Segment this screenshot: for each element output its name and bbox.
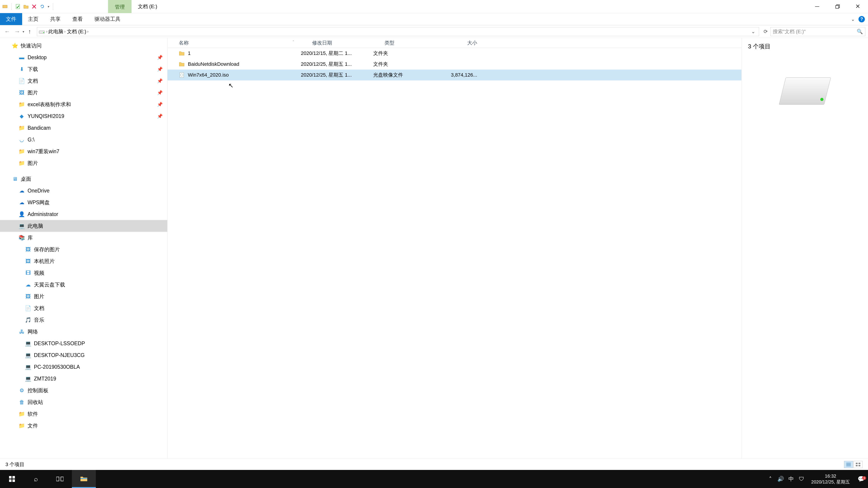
help-icon[interactable]: ? <box>859 16 865 22</box>
action-center-button[interactable]: 💬3 <box>855 476 868 483</box>
tree-bandicam[interactable]: 📁Bandicam <box>0 122 167 134</box>
col-header-date[interactable]: 修改日期 <box>301 39 373 46</box>
tree-network[interactable]: 🖧网络 <box>0 326 167 337</box>
tree-onedrive[interactable]: ☁OneDrive <box>0 185 167 197</box>
context-tab-manage[interactable]: 管理 <box>108 0 131 13</box>
music-icon: 🎵 <box>25 317 31 323</box>
tree-file-folder[interactable]: 📁文件 <box>0 420 167 431</box>
tree-control-panel[interactable]: ⚙控制面板 <box>0 385 167 396</box>
tree-win7reinstall[interactable]: 📁win7重装win7 <box>0 145 167 157</box>
ribbon-tab-drive-tools[interactable]: 驱动器工具 <box>89 13 126 25</box>
new-folder-icon[interactable] <box>23 4 29 9</box>
table-row[interactable]: Win7x64_2020.iso2020/12/25, 星期五 1...光盘映像… <box>167 70 741 80</box>
tree-software[interactable]: 📁软件 <box>0 408 167 420</box>
folder-icon: ▬ <box>19 55 25 61</box>
col-header-type[interactable]: 类型 <box>373 39 434 46</box>
ribbon-expand-icon[interactable]: ⌄ <box>851 17 855 22</box>
main-area: ⭐快速访问 ▬Desktop📌 ⬇下载📌 📄文档📌 🖼图片📌 📁excel表格制… <box>0 38 868 459</box>
tree-pc2[interactable]: 💻DESKTOP-NJEU3CG <box>0 349 167 361</box>
forward-button[interactable]: → <box>13 27 22 36</box>
tree-cam-roll[interactable]: 🖼本机照片 <box>0 255 167 267</box>
tree-documents[interactable]: 📄文档📌 <box>0 75 167 87</box>
search-button[interactable]: ⌕ <box>24 470 48 488</box>
view-thumbnails-button[interactable] <box>854 461 863 468</box>
volume-icon[interactable]: 🔊 <box>776 476 786 482</box>
table-row[interactable]: 12020/12/15, 星期二 1...文件夹 <box>167 48 741 59</box>
search-input[interactable]: 搜索"文档 (E:)" 🔍 <box>770 27 865 36</box>
svg-rect-2 <box>39 31 44 33</box>
close-button[interactable]: ✕ <box>848 0 868 13</box>
tree-wps[interactable]: ☁WPS网盘 <box>0 197 167 208</box>
search-icon[interactable]: 🔍 <box>857 29 863 35</box>
svg-rect-13 <box>12 480 15 482</box>
file-name: BaiduNetdiskDownload <box>188 61 239 67</box>
folder-icon: 📁 <box>19 423 25 429</box>
clock[interactable]: 16:32 2020/12/25, 星期五 <box>807 473 855 485</box>
folder-icon <box>179 51 185 56</box>
folder-icon: 📁 <box>19 149 25 155</box>
refresh-button[interactable]: ⟳ <box>762 27 770 36</box>
navigation-tree[interactable]: ⭐快速访问 ▬Desktop📌 ⬇下载📌 📄文档📌 🖼图片📌 📁excel表格制… <box>0 38 167 459</box>
file-name: 1 <box>188 51 191 56</box>
tree-desktop-cn[interactable]: 🖥桌面 <box>0 173 167 185</box>
picture-icon: 🖼 <box>19 90 25 96</box>
crumb-root[interactable]: ›此电脑 › <box>46 28 66 35</box>
tree-pics-lib[interactable]: 🖼图片 <box>0 291 167 302</box>
restore-button[interactable] <box>827 0 848 13</box>
table-row[interactable]: BaiduNetdiskDownload2020/12/25, 星期五 1...… <box>167 59 741 70</box>
tree-admin[interactable]: 👤Administrator <box>0 208 167 220</box>
tree-recycle[interactable]: 🗑回收站 <box>0 396 167 408</box>
tree-music[interactable]: 🎵音乐 <box>0 314 167 326</box>
tree-tianyi[interactable]: ☁天翼云盘下载 <box>0 279 167 291</box>
tree-pc4[interactable]: 💻ZMT2019 <box>0 373 167 385</box>
tree-downloads[interactable]: ⬇下载📌 <box>0 63 167 75</box>
window-controls: ─ ✕ <box>807 0 868 13</box>
tree-docs-lib[interactable]: 📄文档 <box>0 302 167 314</box>
start-button[interactable] <box>0 470 24 488</box>
ribbon-tab-home[interactable]: 主页 <box>22 13 44 25</box>
tree-this-pc[interactable]: 💻此电脑 <box>0 220 167 232</box>
cell-type: 文件夹 <box>373 50 434 57</box>
tree-g-drive[interactable]: ◡G:\ <box>0 134 167 145</box>
task-view-button[interactable] <box>48 470 72 488</box>
ribbon-tab-view[interactable]: 查看 <box>66 13 89 25</box>
col-header-name[interactable]: 名称˄ <box>167 39 301 46</box>
qat-customize-icon[interactable]: ▾ <box>48 5 49 8</box>
app-icon: ◆ <box>19 113 25 119</box>
pin-icon: 📌 <box>157 78 163 84</box>
tree-videos[interactable]: 🎞视频 <box>0 267 167 279</box>
security-icon[interactable]: 🛡 <box>796 476 807 482</box>
breadcrumb-box[interactable]: ›此电脑 › 文档 (E:) › ⌄ <box>37 27 759 36</box>
tree-library[interactable]: 📚库 <box>0 232 167 243</box>
tree-excel-req[interactable]: 📁excel表格制作求和📌 <box>0 98 167 110</box>
window-title: 文档 (E:) <box>131 0 164 13</box>
tree-yunqishi[interactable]: ◆YUNQISHI2019📌 <box>0 110 167 122</box>
tree-quick-access[interactable]: ⭐快速访问 <box>0 40 167 52</box>
pc-icon: 💻 <box>25 352 31 358</box>
tree-pc3[interactable]: 💻PC-20190530OBLA <box>0 361 167 373</box>
undo-icon[interactable] <box>39 4 45 9</box>
tree-pictures2[interactable]: 📁图片 <box>0 157 167 169</box>
tree-pictures[interactable]: 🖼图片📌 <box>0 87 167 98</box>
ribbon-tab-share[interactable]: 共享 <box>44 13 66 25</box>
back-button[interactable]: ← <box>3 27 12 36</box>
properties-icon[interactable] <box>15 4 21 9</box>
crumb-location[interactable]: 文档 (E:) › <box>67 28 89 35</box>
view-details-button[interactable] <box>844 461 853 468</box>
ime-indicator[interactable]: 中 <box>786 475 796 483</box>
taskbar-explorer[interactable] <box>72 470 96 488</box>
ribbon-tab-file[interactable]: 文件 <box>0 13 22 25</box>
pin-icon: 📌 <box>157 55 163 60</box>
history-dropdown-icon[interactable]: ▾ <box>23 30 24 33</box>
up-button[interactable]: ↑ <box>25 27 34 36</box>
col-header-size[interactable]: 大小 <box>434 39 484 46</box>
delete-icon[interactable] <box>31 4 37 9</box>
minimize-button[interactable]: ─ <box>807 0 827 13</box>
tree-desktop[interactable]: ▬Desktop📌 <box>0 52 167 63</box>
item-count: 3 个项目 <box>748 42 862 51</box>
tree-pc1[interactable]: 💻DESKTOP-LSSOEDP <box>0 337 167 349</box>
tree-saved-pics[interactable]: 🖼保存的图片 <box>0 243 167 255</box>
drive-icon: ◡ <box>19 137 25 143</box>
tray-overflow-icon[interactable]: ˄ <box>765 476 776 482</box>
address-dropdown-icon[interactable]: ⌄ <box>749 27 757 36</box>
